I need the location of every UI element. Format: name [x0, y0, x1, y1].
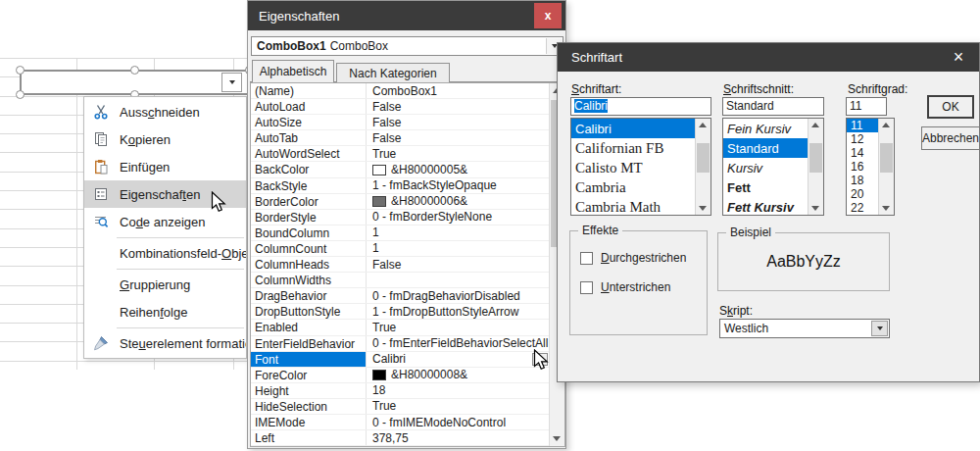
checkbox-icon[interactable]	[580, 252, 593, 265]
menu-item-steuerelement-formatier[interactable]: Steuerelement formatier	[84, 329, 246, 357]
object-selector-dropdown[interactable]: ComboBox1 ComboBox	[251, 36, 564, 56]
underline-checkbox-row[interactable]: Unterstrichen	[580, 280, 670, 294]
font-style-label: Schriftschnitt:	[723, 82, 794, 96]
tab-alphabetisch[interactable]: Alphabetisch	[252, 60, 334, 82]
property-name: ColumnCount	[251, 241, 367, 256]
close-button[interactable]: ×	[946, 43, 971, 72]
menu-separator	[117, 237, 244, 238]
properties-titlebar[interactable]: Eigenschaften x	[248, 1, 565, 30]
property-row-enabled[interactable]: EnabledTrue	[251, 320, 564, 335]
font-option-calisto-mt[interactable]: Calisto MT	[571, 158, 710, 177]
property-row-autosize[interactable]: AutoSizeFalse	[251, 115, 564, 130]
combobox-dropdown-button[interactable]	[221, 73, 242, 92]
menu-item-kopieren[interactable]: Kopieren	[84, 125, 246, 153]
property-row-height[interactable]: Height18	[251, 383, 564, 399]
checkbox-icon[interactable]	[580, 281, 593, 294]
strikethrough-checkbox-row[interactable]: Durchgestrichen	[580, 251, 686, 265]
property-row-columncount[interactable]: ColumnCount1	[251, 241, 564, 257]
property-value: False	[367, 130, 564, 145]
property-value: 1	[367, 241, 564, 256]
menu-item-ausschneiden[interactable]: Ausschneiden	[84, 98, 246, 125]
menu-item-label: Gruppierung	[120, 277, 190, 292]
property-row-backstyle[interactable]: BackStyle1 - fmBackStyleOpaque	[251, 178, 564, 194]
scroll-down-icon[interactable]	[882, 206, 890, 211]
property-row-name[interactable]: (Name)ComboBox1	[251, 83, 564, 99]
scroll-down-icon[interactable]	[699, 206, 707, 211]
property-value-text: ComboBox1	[372, 84, 437, 98]
underline-label: Unterstrichen	[601, 280, 670, 294]
tab-nach-kategorien[interactable]: Nach Kategorien	[336, 63, 450, 82]
property-row-autotab[interactable]: AutoTabFalse	[251, 130, 564, 146]
property-name: ColumnWidths	[251, 273, 367, 287]
property-row-boundcolumn[interactable]: BoundColumn1	[251, 226, 564, 241]
scroll-up-icon[interactable]	[699, 123, 707, 127]
property-name: AutoLoad	[251, 99, 367, 114]
property-row-dropbuttonstyle[interactable]: DropButtonStyle1 - fmDropButtonStyleArro…	[251, 304, 564, 320]
property-row-forecolor[interactable]: ForeColor&H80000008&	[251, 368, 564, 383]
style-list-scrollbar[interactable]	[808, 119, 823, 215]
property-row-columnwidths[interactable]: ColumnWidths	[251, 273, 564, 288]
font-name-input[interactable]: Calibri	[570, 97, 711, 116]
close-icon: ×	[954, 47, 964, 68]
property-grid: (Name)ComboBox1AutoLoadFalseAutoSizeFals…	[250, 82, 565, 447]
property-value-text: False	[372, 116, 401, 129]
font-style-input[interactable]: Standard	[722, 97, 824, 116]
font-option-cambria[interactable]: Cambria	[571, 177, 710, 197]
close-button[interactable]: x	[534, 3, 562, 28]
selection-handle[interactable]	[16, 66, 24, 75]
property-row-enterfieldbehavior[interactable]: EnterFieldBehavior0 - fmEnterFieldBehavi…	[251, 336, 564, 352]
property-row-columnheads[interactable]: ColumnHeadsFalse	[251, 257, 564, 273]
property-value: False	[367, 257, 564, 272]
font-list-scrollbar[interactable]	[695, 119, 710, 215]
selection-handle[interactable]	[16, 90, 24, 99]
scroll-down-icon[interactable]	[811, 206, 819, 211]
property-row-font[interactable]: FontCalibri...	[251, 352, 564, 368]
menu-item-reihenfolge[interactable]: Reihenfolge	[84, 298, 246, 326]
property-name: BackStyle	[251, 178, 367, 193]
menu-item-code-anzeigen[interactable]: Code anzeigen	[84, 208, 246, 235]
font-size-input[interactable]: 11	[846, 97, 887, 116]
property-value-text: True	[372, 147, 396, 161]
ellipsis-button[interactable]: ...	[532, 353, 548, 366]
property-value: False	[367, 115, 564, 129]
ok-button[interactable]: OK	[927, 95, 974, 119]
scroll-down-icon[interactable]	[553, 436, 561, 441]
property-row-left[interactable]: Left378,75	[251, 430, 564, 446]
property-row-dragbehavior[interactable]: DragBehavior0 - fmDragBehaviorDisabled	[251, 288, 564, 304]
font-dialog-titlebar[interactable]: Schriftart ×	[558, 43, 979, 72]
font-option-cambria-math[interactable]: Cambria Math	[571, 197, 710, 216]
property-row-bordercolor[interactable]: BorderColor&H80000006&	[251, 194, 564, 210]
font-option-californian-fb[interactable]: Californian FB	[571, 138, 710, 158]
scroll-up-icon[interactable]	[882, 123, 890, 127]
cancel-button[interactable]: Abbrechen	[921, 126, 980, 150]
menu-item-eigenschaften[interactable]: Eigenschaften	[84, 180, 246, 208]
font-option-calibri[interactable]: Calibri	[571, 119, 710, 138]
size-list-scrollbar[interactable]	[878, 119, 894, 215]
selection-handle[interactable]	[130, 66, 139, 75]
property-value-text: 1 - fmBackStyleOpaque	[372, 178, 497, 192]
property-row-autowordselect[interactable]: AutoWordSelectTrue	[251, 146, 564, 162]
menu-item-label: Eigenschaften	[120, 187, 200, 202]
property-row-borderstyle[interactable]: BorderStyle0 - fmBorderStyleNone	[251, 210, 564, 226]
property-value: ComboBox1	[367, 83, 564, 98]
menu-item-gruppierung[interactable]: Gruppierung	[84, 271, 246, 298]
script-dropdown[interactable]: Westlich	[719, 319, 890, 338]
tab-label: Alphabetisch	[260, 65, 327, 78]
menu-item-einfügen[interactable]: Einfügen	[84, 153, 246, 180]
script-dropdown-button[interactable]	[871, 321, 888, 336]
color-swatch-icon	[372, 196, 386, 207]
property-row-backcolor[interactable]: BackColor&H80000005&	[251, 162, 564, 177]
property-row-hideselection[interactable]: HideSelectionTrue	[251, 399, 564, 415]
property-row-imemode[interactable]: IMEMode0 - fmIMEModeNoControl	[251, 415, 564, 430]
scrollbar-thumb[interactable]	[697, 143, 710, 173]
scrollbar-thumb[interactable]	[880, 143, 893, 173]
menu-item-kombinationsfeld-objek[interactable]: Kombinationsfeld-Objek	[84, 239, 246, 267]
scroll-up-icon[interactable]	[811, 123, 819, 127]
property-value: &H80000006&	[367, 194, 564, 209]
scrollbar-thumb[interactable]	[809, 143, 822, 173]
property-value: False	[367, 99, 564, 114]
property-value-text: 378,75	[372, 431, 409, 445]
effects-group-title: Effekte	[578, 224, 622, 237]
script-value: Westlich	[724, 322, 768, 335]
property-row-autoload[interactable]: AutoLoadFalse	[251, 99, 564, 115]
